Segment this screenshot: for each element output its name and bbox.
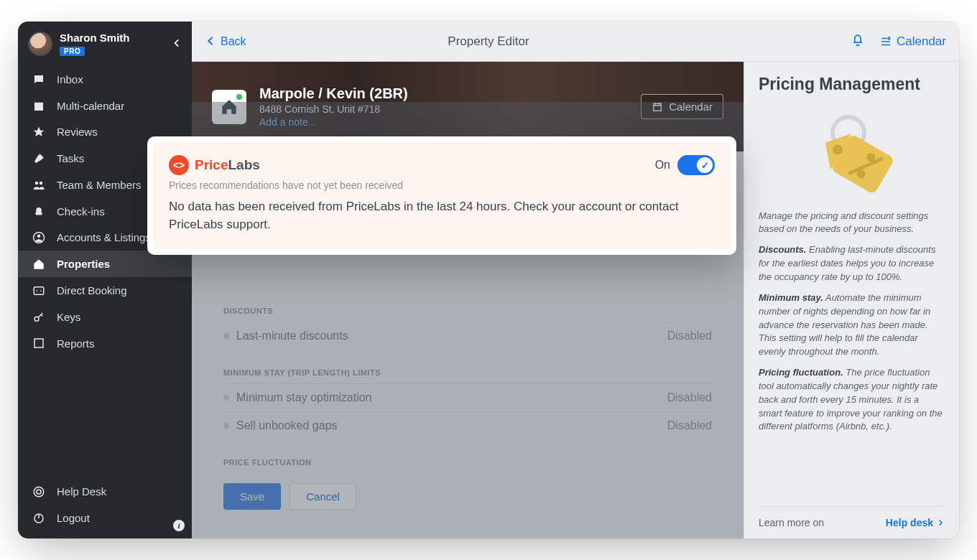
setting-row-lastminute[interactable]: Last-minute discounts Disabled — [223, 322, 712, 350]
sidebar-item-label: Reviews — [57, 126, 98, 138]
setting-row-unbooked[interactable]: Sell unbooked gaps Disabled — [223, 411, 712, 439]
topbar: Back Property Editor Calendar — [192, 22, 959, 62]
user-row: Sharon Smith PRO — [18, 22, 192, 63]
chevron-right-icon — [936, 518, 945, 527]
help-footer-label: Learn more on — [759, 517, 824, 528]
sidebar-item-inbox[interactable]: Inbox — [18, 66, 192, 93]
svg-rect-6 — [34, 339, 43, 347]
svg-point-7 — [34, 487, 44, 497]
cancel-button[interactable]: Cancel — [290, 483, 356, 510]
sidebar-item-label: Multi-calendar — [57, 100, 124, 112]
info-icon[interactable]: i — [173, 520, 185, 531]
toggle-label: On — [655, 159, 670, 172]
sidebar-item-label: Inbox — [57, 73, 83, 85]
pro-badge: PRO — [60, 47, 85, 56]
status-dot-icon — [223, 395, 229, 401]
svg-rect-11 — [654, 103, 662, 111]
calendar-link-label: Calendar — [897, 34, 946, 49]
setting-label: Last-minute discounts — [236, 330, 348, 342]
star-icon — [31, 126, 47, 139]
sidebar-item-label: Keys — [57, 311, 80, 323]
sidebar-collapse-button[interactable] — [172, 37, 182, 52]
brand-name-1: Price — [195, 157, 228, 172]
property-home-icon — [212, 90, 246, 124]
open-calendar-button[interactable]: Calendar — [641, 94, 723, 119]
help-footer: Learn more on Help desk — [759, 506, 945, 538]
app-window: Sharon Smith PRO Inbox Multi-calendar Re… — [18, 22, 959, 538]
sidebar-item-logout[interactable]: Logout — [18, 505, 192, 531]
sidebar: Sharon Smith PRO Inbox Multi-calendar Re… — [18, 22, 192, 538]
setting-status: Disabled — [667, 391, 712, 404]
sidebar-item-label: Tasks — [57, 152, 84, 164]
setting-label: Sell unbooked gaps — [236, 419, 338, 432]
content-row: Marpole / Kevin (2BR) 8488 Cornish St, U… — [192, 62, 959, 538]
sidebar-bottom: Help Desk Logout — [18, 475, 192, 531]
sidebar-item-label: Properties — [57, 258, 110, 270]
avatar[interactable] — [28, 32, 52, 56]
calendar-link[interactable]: Calendar — [879, 34, 946, 49]
property-address: 8488 Cornish St, Unit #718 — [259, 103, 408, 115]
broom-icon — [31, 151, 47, 165]
help-panel: Pricing Management — [744, 62, 959, 538]
home-icon — [31, 257, 47, 271]
help-body: Manage the pricing and discount settings… — [759, 210, 945, 442]
notifications-icon[interactable] — [851, 32, 865, 50]
sidebar-item-keys[interactable]: Keys — [18, 304, 192, 330]
lifebuoy-icon — [31, 485, 47, 498]
help-title: Pricing Management — [759, 75, 945, 95]
back-label: Back — [221, 35, 246, 48]
main: Back Property Editor Calendar — [192, 22, 959, 538]
user-circle-icon — [31, 231, 47, 245]
sidebar-item-multicalendar[interactable]: Multi-calendar — [18, 93, 192, 119]
sidebar-item-directbooking[interactable]: Direct Booking — [18, 277, 192, 304]
sidebar-item-label: Direct Booking — [57, 284, 127, 297]
section-heading: DISCOUNTS — [223, 294, 712, 322]
sidebar-item-label: Team & Members — [57, 179, 142, 191]
pricelabs-subhead: Prices recommendations have not yet been… — [169, 179, 715, 191]
pricelabs-card: <> PriceLabs On ✓ Prices recommendations… — [147, 136, 736, 255]
add-note-link[interactable]: Add a note... — [259, 116, 408, 128]
setting-row-minstay[interactable]: Minimum stay optimization Disabled — [223, 383, 712, 411]
svg-rect-4 — [34, 287, 44, 295]
svg-point-0 — [35, 182, 39, 185]
setting-status: Disabled — [667, 330, 712, 342]
sidebar-item-label: Reports — [57, 337, 95, 350]
help-desk-link-label: Help desk — [886, 517, 933, 528]
sidebar-item-label: Help Desk — [57, 485, 106, 498]
page-title: Property Editor — [448, 34, 529, 49]
help-desk-link[interactable]: Help desk — [886, 517, 945, 528]
brand-name-2: Labs — [228, 157, 259, 172]
sidebar-item-helpdesk[interactable]: Help Desk — [18, 478, 192, 505]
calendar-icon — [31, 99, 47, 113]
help-intro: Manage the pricing and discount settings… — [759, 210, 945, 237]
people-icon — [31, 178, 47, 192]
sidebar-item-label: Check-ins — [57, 205, 105, 218]
sidebar-item-reports[interactable]: Reports — [18, 330, 192, 357]
back-button[interactable]: Back — [205, 34, 246, 49]
sidebar-item-label: Accounts & Listings — [57, 231, 151, 243]
pricelabs-brand: <> PriceLabs — [169, 155, 260, 175]
help-p2-heading: Minimum stay. — [759, 292, 823, 303]
svg-point-8 — [37, 490, 41, 494]
bell-icon — [31, 205, 47, 218]
price-tag-illustration — [759, 102, 945, 210]
svg-point-10 — [888, 37, 890, 39]
setting-status: Disabled — [667, 419, 712, 432]
calendar-list-icon — [879, 35, 892, 48]
section-heading: MINIMUM STAY (TRIP LENGTH) LIMITS — [223, 355, 712, 383]
chat-icon — [31, 73, 47, 86]
status-dot-icon — [223, 423, 229, 429]
action-bar: Save Cancel — [223, 473, 712, 524]
switch-on-icon: ✓ — [677, 155, 715, 175]
key-icon — [31, 310, 47, 324]
setting-label: Minimum stay optimization — [236, 391, 372, 404]
svg-point-5 — [34, 317, 39, 321]
svg-point-3 — [37, 235, 41, 238]
svg-point-1 — [40, 182, 43, 185]
chart-icon — [31, 337, 47, 350]
chevron-left-icon — [205, 34, 216, 49]
pricelabs-toggle[interactable]: On ✓ — [655, 155, 715, 175]
calendar-icon — [652, 101, 663, 113]
status-dot-icon — [223, 333, 229, 339]
save-button[interactable]: Save — [223, 483, 281, 510]
